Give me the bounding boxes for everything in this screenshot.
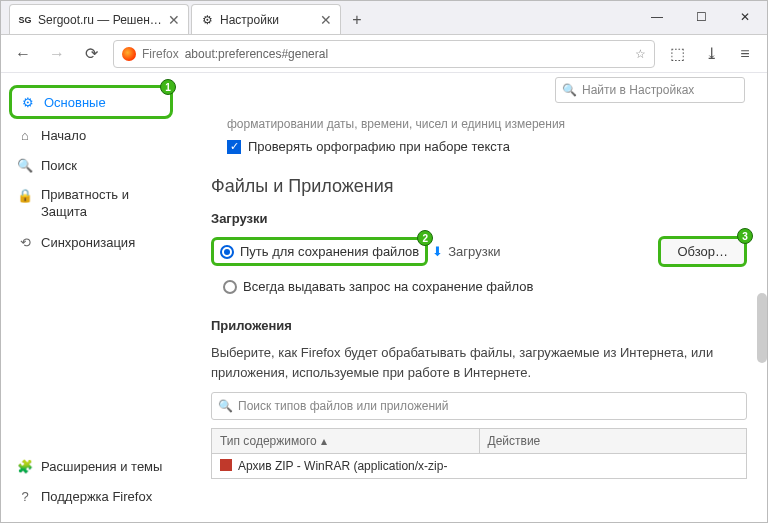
file-icon — [220, 459, 232, 471]
apps-search-placeholder: Поиск типов файлов или приложений — [238, 399, 448, 413]
step-badge-2: 2 — [417, 230, 433, 246]
tab-settings[interactable]: ⚙ Настройки ✕ — [191, 4, 341, 34]
radio-label: Всегда выдавать запрос на сохранение фай… — [243, 279, 533, 294]
sidebar: ⚙ Основные 1 ⌂ Начало 🔍 Поиск 🔒 Приватно… — [1, 73, 181, 522]
maximize-button[interactable]: ☐ — [679, 2, 723, 32]
firefox-icon — [122, 47, 136, 61]
apps-table: Тип содержимого ▴ Действие Архив ZIP - W… — [211, 428, 747, 479]
apps-heading: Приложения — [211, 318, 747, 333]
always-ask-radio[interactable]: Всегда выдавать запрос на сохранение фай… — [217, 275, 747, 298]
sidebar-item-label: Синхронизация — [41, 235, 135, 250]
browse-label: Обзор… — [677, 244, 728, 259]
search-icon: 🔍 — [218, 399, 233, 413]
sidebar-item-label: Начало — [41, 128, 86, 143]
menu-button[interactable]: ≡ — [733, 42, 757, 66]
tab-sergoot[interactable]: SG Sergoot.ru — Решение ваши ✕ — [9, 4, 189, 34]
radio-label: Путь для сохранения файлов — [240, 244, 419, 259]
radio-selected-icon — [220, 245, 234, 259]
sort-asc-icon: ▴ — [321, 434, 327, 448]
table-row[interactable]: Архив ZIP - WinRAR (application/x-zip- — [212, 454, 746, 478]
minimize-button[interactable]: — — [635, 2, 679, 32]
close-window-button[interactable]: ✕ — [723, 2, 767, 32]
settings-search[interactable]: 🔍 Найти в Настройках — [555, 77, 745, 103]
spellcheck-checkbox[interactable]: ✓ Проверять орфографию при наборе текста — [227, 139, 747, 154]
step-badge-3: 3 — [737, 228, 753, 244]
file-type-label: Архив ZIP - WinRAR (application/x-zip- — [238, 459, 447, 473]
table-header-type[interactable]: Тип содержимого ▴ — [212, 429, 480, 453]
sidebar-item-label: Основные — [44, 95, 106, 110]
sidebar-item-label: Расширения и темы — [41, 459, 162, 474]
back-button[interactable]: ← — [11, 42, 35, 66]
window-controls: — ☐ ✕ — [635, 0, 767, 34]
sidebar-item-sync[interactable]: ⟲ Синхронизация — [9, 229, 173, 257]
sidebar-item-general[interactable]: ⚙ Основные 1 — [9, 85, 173, 119]
files-apps-heading: Файлы и Приложения — [211, 176, 747, 197]
truncated-text: форматировании даты, времени, чисел и ед… — [227, 117, 747, 131]
extensions-button[interactable]: ⬚ — [665, 42, 689, 66]
step-badge-1: 1 — [160, 79, 176, 95]
sidebar-item-label: Поиск — [41, 158, 77, 173]
search-icon: 🔍 — [562, 83, 577, 97]
home-icon: ⌂ — [17, 127, 33, 143]
sidebar-item-support[interactable]: ? Поддержка Firefox — [9, 482, 173, 510]
search-placeholder: Найти в Настройках — [582, 83, 694, 97]
sidebar-item-label: Приватность и Защита — [41, 187, 165, 221]
sidebar-item-privacy[interactable]: 🔒 Приватность и Защита — [9, 181, 173, 227]
help-icon: ? — [17, 488, 33, 504]
downloads-button[interactable]: ⤓ — [699, 42, 723, 66]
checkbox-checked-icon: ✓ — [227, 140, 241, 154]
search-icon: 🔍 — [17, 157, 33, 173]
url-text: about:preferences#general — [185, 47, 328, 61]
close-icon[interactable]: ✕ — [168, 12, 180, 28]
forward-button[interactable]: → — [45, 42, 69, 66]
save-path-radio[interactable]: Путь для сохранения файлов 2 — [211, 237, 428, 266]
tab-title: Sergoot.ru — Решение ваши — [38, 13, 162, 27]
puzzle-icon: 🧩 — [17, 458, 33, 474]
new-tab-button[interactable]: + — [343, 6, 371, 34]
tab-strip: SG Sergoot.ru — Решение ваши ✕ ⚙ Настрой… — [1, 1, 767, 35]
gear-icon: ⚙ — [200, 13, 214, 27]
bookmark-icon[interactable]: ☆ — [635, 47, 646, 61]
gear-icon: ⚙ — [20, 94, 36, 110]
download-path-display: ⬇ Загрузки — [432, 244, 658, 259]
sidebar-item-extensions[interactable]: 🧩 Расширения и темы — [9, 452, 173, 480]
toolbar: ← → ⟳ Firefox about:preferences#general … — [1, 35, 767, 73]
scrollbar[interactable] — [757, 293, 767, 363]
close-icon[interactable]: ✕ — [320, 12, 332, 28]
reload-button[interactable]: ⟳ — [79, 42, 103, 66]
downloads-heading: Загрузки — [211, 211, 747, 226]
sidebar-item-search[interactable]: 🔍 Поиск — [9, 151, 173, 179]
download-icon: ⬇ — [432, 244, 443, 259]
radio-unselected-icon — [223, 280, 237, 294]
sync-icon: ⟲ — [17, 235, 33, 251]
apps-description: Выберите, как Firefox будет обрабатывать… — [211, 343, 747, 382]
sidebar-item-label: Поддержка Firefox — [41, 489, 152, 504]
main-content: 🔍 Найти в Настройках форматировании даты… — [181, 73, 767, 522]
apps-search[interactable]: 🔍 Поиск типов файлов или приложений — [211, 392, 747, 420]
tab-title: Настройки — [220, 13, 314, 27]
address-bar[interactable]: Firefox about:preferences#general ☆ — [113, 40, 655, 68]
url-label: Firefox — [142, 47, 179, 61]
sidebar-item-home[interactable]: ⌂ Начало — [9, 121, 173, 149]
checkbox-label: Проверять орфографию при наборе текста — [248, 139, 510, 154]
table-header-action[interactable]: Действие — [480, 429, 747, 453]
download-folder-name: Загрузки — [448, 244, 500, 259]
browse-button[interactable]: Обзор… 3 — [658, 236, 747, 267]
favicon-sg: SG — [18, 13, 32, 27]
lock-icon: 🔒 — [17, 187, 33, 203]
